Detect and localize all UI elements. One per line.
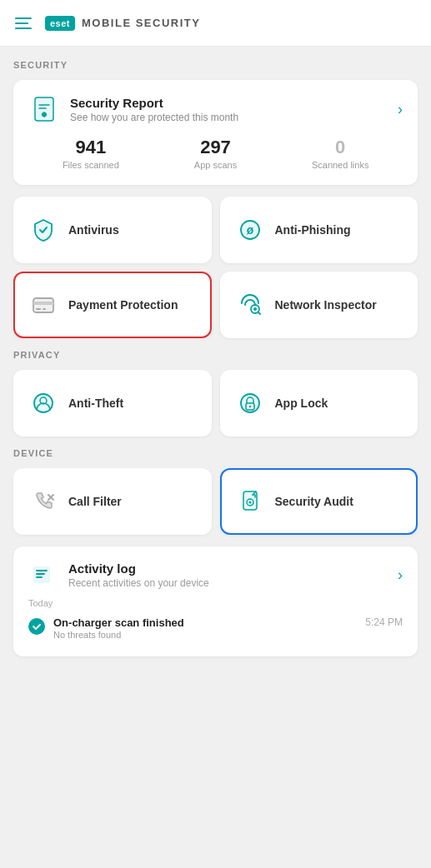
activity-header-left: Activity log Recent activities on your d… <box>28 560 209 590</box>
svg-rect-6 <box>43 308 46 310</box>
app-lock-label: App Lock <box>275 396 328 411</box>
activity-log-chevron-icon: › <box>398 566 403 584</box>
stat-files-label: Files scanned <box>28 160 153 170</box>
activity-log-icon <box>28 560 58 590</box>
network-inspector-label: Network Inspector <box>275 297 377 312</box>
main-content: SECURITY Security Report See how <box>0 47 431 656</box>
stat-scanned-links: 0 Scanned links <box>278 137 403 170</box>
anti-theft-icon <box>28 388 58 418</box>
antivirus-icon <box>28 215 58 245</box>
privacy-section-label: PRIVACY <box>13 350 418 360</box>
security-report-card[interactable]: Security Report See how you are protecte… <box>13 80 418 185</box>
payment-protection-label: Payment Protection <box>68 297 178 312</box>
svg-rect-20 <box>33 566 50 583</box>
tile-antivirus[interactable]: Antivirus <box>13 197 212 263</box>
report-title-block: Security Report See how you are protecte… <box>70 96 238 123</box>
report-subtitle: See how you are protected this month <box>70 112 238 123</box>
activity-day-label: Today <box>28 598 403 608</box>
privacy-tiles-grid: Anti-Theft App Lock <box>13 370 418 436</box>
privacy-section: PRIVACY Anti-Theft <box>13 350 418 436</box>
tile-call-filter[interactable]: Call Filter <box>13 468 212 535</box>
stat-appscans-value: 297 <box>153 137 278 158</box>
stat-appscans-label: App scans <box>153 160 278 170</box>
report-header: Security Report See how you are protecte… <box>28 93 403 125</box>
activity-item: On-charger scan finished No threats foun… <box>28 613 403 643</box>
logo-area: eset MOBILE SECURITY <box>45 16 200 31</box>
security-audit-icon <box>235 486 265 516</box>
report-stats: 941 Files scanned 297 App scans 0 Scanne… <box>28 137 403 170</box>
activity-title-block: Activity log Recent activities on your d… <box>68 561 209 589</box>
report-icon <box>28 93 60 125</box>
svg-point-14 <box>248 406 250 407</box>
tile-security-audit[interactable]: Security Audit <box>220 468 418 535</box>
svg-line-9 <box>258 312 260 315</box>
stat-files-scanned: 941 Files scanned <box>28 137 153 170</box>
security-tiles-grid: Antivirus ø Anti-Phishing <box>13 197 418 338</box>
network-inspector-icon <box>235 290 265 320</box>
svg-point-8 <box>253 307 257 311</box>
security-section-label: SECURITY <box>13 60 418 70</box>
menu-button[interactable] <box>15 17 32 29</box>
report-chevron-icon: › <box>398 101 403 118</box>
svg-text:ø: ø <box>246 223 253 237</box>
eset-logo-badge: eset <box>45 16 75 31</box>
payment-protection-icon <box>28 290 58 320</box>
anti-phishing-label: Anti-Phishing <box>275 222 351 237</box>
device-section: DEVICE Call Filter <box>13 448 418 535</box>
app-title: MOBILE SECURITY <box>82 17 200 29</box>
activity-log-subtitle: Recent activities on your device <box>68 577 209 589</box>
tile-app-lock[interactable]: App Lock <box>220 370 418 436</box>
stat-links-value: 0 <box>278 137 403 158</box>
tile-payment-protection[interactable]: Payment Protection <box>13 272 212 338</box>
security-section: SECURITY Security Report See how <box>13 60 418 338</box>
activity-event-text: On-charger scan finished No threats foun… <box>53 616 357 640</box>
activity-event-detail: No threats found <box>53 630 357 640</box>
activity-event-title: On-charger scan finished <box>53 616 357 629</box>
tile-anti-theft[interactable]: Anti-Theft <box>13 370 212 436</box>
anti-phishing-icon: ø <box>235 215 265 245</box>
report-header-left: Security Report See how you are protecte… <box>28 93 238 125</box>
svg-point-19 <box>248 501 251 504</box>
report-title: Security Report <box>70 96 238 110</box>
device-tiles-grid: Call Filter Security Audit <box>13 468 418 535</box>
call-filter-label: Call Filter <box>68 494 122 509</box>
call-filter-icon <box>28 486 58 516</box>
stat-app-scans: 297 App scans <box>153 137 278 170</box>
activity-log-title: Activity log <box>68 561 209 576</box>
app-header: eset MOBILE SECURITY <box>0 0 431 47</box>
tile-anti-phishing[interactable]: ø Anti-Phishing <box>220 197 418 263</box>
svg-rect-5 <box>36 308 41 310</box>
activity-status-dot <box>28 618 45 635</box>
device-section-label: DEVICE <box>13 448 418 458</box>
anti-theft-label: Anti-Theft <box>68 396 123 411</box>
activity-log-header: Activity log Recent activities on your d… <box>28 560 403 590</box>
tile-network-inspector[interactable]: Network Inspector <box>220 272 418 338</box>
svg-rect-4 <box>33 302 53 305</box>
stat-files-value: 941 <box>28 137 153 158</box>
stat-links-label: Scanned links <box>278 160 403 170</box>
security-audit-label: Security Audit <box>275 494 353 509</box>
activity-event-time: 5:24 PM <box>365 616 403 628</box>
svg-rect-3 <box>33 298 53 312</box>
activity-log-card[interactable]: Activity log Recent activities on your d… <box>13 546 418 656</box>
app-lock-icon <box>235 388 265 418</box>
antivirus-label: Antivirus <box>68 222 119 237</box>
